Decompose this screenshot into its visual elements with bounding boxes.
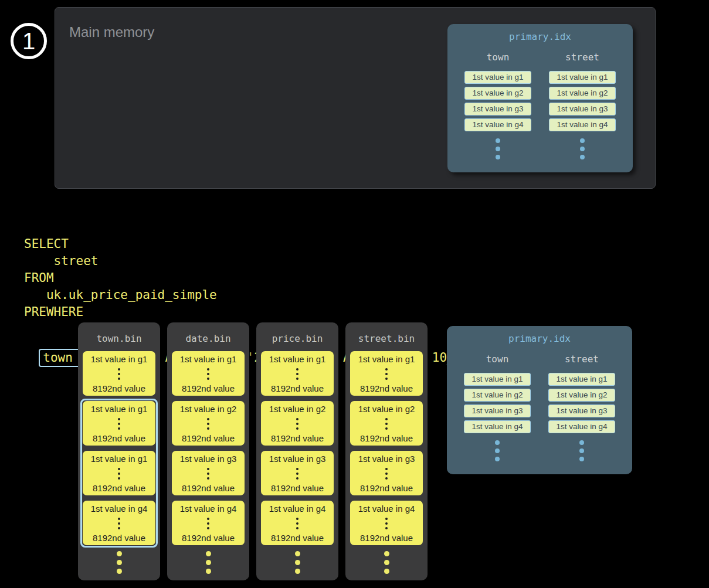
sql-line: street [24,253,484,270]
vertical-ellipsis [296,468,298,480]
index-column-street: street1st value in g11st value in g21st … [544,354,620,465]
granule-block: 1st value in g28192nd value [172,401,245,446]
dot [296,473,298,475]
index-mark-cell: 1st value in g4 [464,420,531,433]
dot [496,155,500,159]
dot [118,527,120,529]
dot [206,551,211,556]
ellipsis-dots [167,551,249,574]
dot [385,418,388,420]
dot [207,368,209,371]
vertical-ellipsis [207,518,209,529]
dot [579,440,584,445]
vertical-ellipsis [118,368,120,380]
bin-file-town-bin: town.bin1st value in g18192nd value1st v… [78,322,160,580]
sql-line: PREWHERE [24,304,484,321]
dot [117,569,122,574]
index-mark-cell: 1st value in g3 [548,405,615,417]
primary-idx-title: primary.idx [447,326,632,344]
dot [295,569,300,574]
vertical-ellipsis [385,518,388,529]
dot [296,423,298,425]
granule-blocks: 1st value in g18192nd value1st value in … [256,351,338,545]
granule-block: 1st value in g48192nd value [172,501,245,545]
column-header: street [544,354,620,365]
vertical-ellipsis [207,468,209,480]
granule-first-value: 1st value in g3 [180,454,237,463]
granule-block: 1st value in g38192nd value [261,451,334,495]
step-1-badge: 1 [11,23,47,59]
primary-idx-box-memory: primary.idxtown1st value in g11st value … [447,24,633,172]
dot [207,423,209,425]
index-column-street: street1st value in g11st value in g21st … [544,52,620,163]
dot [118,423,120,425]
dot [296,373,298,375]
index-mark-cell: 1st value in g4 [464,118,531,131]
dot [118,418,120,420]
index-mark-cell: 1st value in g1 [548,373,615,386]
dot [296,518,298,520]
vertical-ellipsis [207,368,209,380]
vertical-ellipsis [118,418,120,430]
sql-line: uk.uk_price_paid_simple [24,287,484,304]
dot [580,138,585,143]
granule-first-value: 1st value in g1 [180,355,237,363]
index-columns: town1st value in g11st value in g21st va… [447,354,632,465]
granule-blocks: 1st value in g18192nd value1st value in … [78,351,160,545]
granule-first-value: 1st value in g1 [91,355,148,363]
bin-file-title: street.bin [345,333,428,344]
granule-first-value: 1st value in g2 [269,405,326,413]
vertical-ellipsis [296,418,298,430]
dot [118,378,120,380]
dot [385,522,388,525]
dot [495,448,500,453]
vertical-ellipsis [118,518,120,529]
granule-blocks: 1st value in g18192nd value1st value in … [167,351,249,545]
dot [296,468,298,470]
dot [385,477,388,480]
granule-last-value: 8192nd value [182,484,235,492]
granule-last-value: 8192nd value [93,384,145,393]
granule-block: 1st value in g48192nd value [83,501,155,545]
granule-first-value: 1st value in g4 [269,504,326,513]
index-mark-cell: 1st value in g3 [464,103,531,115]
dot [295,551,300,556]
granule-last-value: 8192nd value [93,434,145,443]
granule-block: 1st value in g18192nd value [83,451,155,495]
granule-first-value: 1st value in g2 [358,405,415,413]
granule-last-value: 8192nd value [93,484,145,492]
dot [207,468,209,470]
granule-first-value: 1st value in g1 [358,355,415,363]
granule-last-value: 8192nd value [271,384,324,393]
granule-last-value: 8192nd value [271,484,324,492]
dot [385,368,388,371]
sql-lines: SELECT streetFROM uk.uk_price_paid_simpl… [24,236,484,321]
vertical-ellipsis [296,368,298,380]
granule-block: 1st value in g28192nd value [261,401,334,446]
vertical-ellipsis [207,418,209,430]
column-header: town [460,52,536,63]
dot [207,418,209,420]
vertical-ellipsis [296,518,298,529]
granule-last-value: 8192nd value [93,533,145,542]
dot [207,427,209,430]
granule-first-value: 1st value in g1 [91,454,148,463]
granule-block: 1st value in g38192nd value [350,451,423,495]
granule-last-value: 8192nd value [271,434,324,443]
granule-first-value: 1st value in g4 [91,504,148,513]
dot [118,368,120,371]
primary-idx-box-disk: primary.idxtown1st value in g11st value … [447,326,632,474]
dot [296,427,298,430]
dot [579,457,584,461]
granule-last-value: 8192nd value [182,384,235,393]
granule-first-value: 1st value in g4 [358,504,415,513]
dot [385,473,388,475]
column-header: town [459,354,535,365]
granule-last-value: 8192nd value [360,484,413,492]
dot [295,560,300,565]
granule-first-value: 1st value in g2 [180,405,237,413]
dot [579,448,584,453]
selected-granules-highlight: 1st value in g18192nd value1st value in … [80,399,158,548]
dot [385,423,388,425]
index-mark-cell: 1st value in g2 [464,87,531,100]
